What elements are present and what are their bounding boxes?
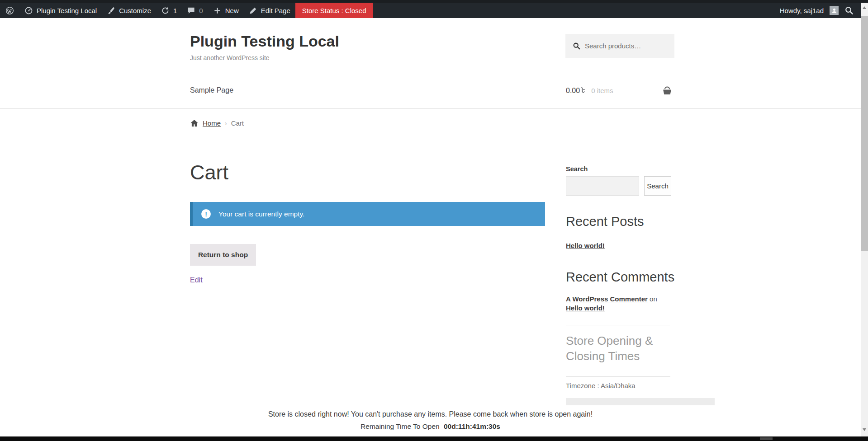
countdown-prefix: Remaining Time To Open xyxy=(360,422,440,430)
recent-comments-title: Recent Comments xyxy=(566,270,674,285)
admin-bar-comments[interactable]: 0 xyxy=(182,3,208,18)
home-icon[interactable] xyxy=(190,119,199,127)
admin-search-icon[interactable] xyxy=(844,6,854,15)
sidebar-search-button[interactable]: Search xyxy=(644,176,671,196)
bottom-bar-notch xyxy=(760,437,773,440)
product-search-box xyxy=(565,34,674,58)
edit-page-link[interactable]: Edit xyxy=(190,276,203,284)
admin-bar-edit-page[interactable]: Edit Page xyxy=(244,3,295,18)
cart-total: 0.00 xyxy=(566,86,585,95)
cart-total-amount: 0.00 xyxy=(566,87,580,95)
store-countdown-line: Remaining Time To Open 00d:11h:41m:30s xyxy=(0,422,861,431)
scroll-up-icon[interactable] xyxy=(863,6,866,9)
plus-icon xyxy=(213,6,222,15)
widget-divider xyxy=(566,376,670,377)
product-search-icon xyxy=(573,42,580,50)
cart-empty-notice: ! Your cart is currently empty. xyxy=(190,202,545,226)
dashboard-gauge-icon xyxy=(24,6,33,15)
info-icon: ! xyxy=(201,209,211,219)
admin-bar-site-name: Plugin Testing Local xyxy=(37,7,97,14)
taka-currency-icon xyxy=(580,86,585,93)
page-title: Cart xyxy=(190,161,228,184)
avatar[interactable] xyxy=(830,6,839,15)
admin-bar-customize[interactable]: Customize xyxy=(102,3,156,18)
admin-bar-updates[interactable]: 1 xyxy=(156,3,182,18)
return-to-shop-button[interactable]: Return to shop xyxy=(190,244,256,266)
wordpress-logo-icon[interactable] xyxy=(0,3,19,18)
updates-icon xyxy=(161,6,170,15)
breadcrumb-home-link[interactable]: Home xyxy=(203,119,221,127)
header-cart-summary[interactable]: 0.00 0 items xyxy=(566,86,613,95)
comment-post-link[interactable]: Hello world! xyxy=(566,304,605,312)
comments-count: 0 xyxy=(199,7,203,14)
site-tagline: Just another WordPress site xyxy=(190,54,270,61)
screen: Plugin Testing Local Customize 1 0 xyxy=(0,0,868,441)
updates-count: 1 xyxy=(173,7,177,14)
recent-post-link[interactable]: Hello world! xyxy=(566,242,605,249)
admin-bar-edit-page-label: Edit Page xyxy=(261,7,290,14)
customize-brush-icon xyxy=(107,6,115,15)
store-times-table-header xyxy=(566,398,715,406)
sidebar-search-label: Search xyxy=(566,165,588,173)
breadcrumb-separator: › xyxy=(225,120,227,127)
window-bottom-edge xyxy=(0,436,868,441)
admin-bar-right: Howdy, saj1ad xyxy=(780,3,861,18)
cart-items-count: 0 items xyxy=(591,87,613,94)
window-top-edge xyxy=(0,0,868,3)
store-status-badge[interactable]: Store Status : Closed xyxy=(295,3,373,18)
wp-admin-bar: Plugin Testing Local Customize 1 0 xyxy=(0,3,861,18)
product-search-input[interactable] xyxy=(585,34,674,58)
store-times-title: Store Opening & Closing Times xyxy=(566,333,681,364)
header-divider xyxy=(0,108,861,109)
countdown-value: 00d:11h:41m:30s xyxy=(444,422,500,430)
timezone-label: Timezone : Asia/Dhaka xyxy=(566,382,636,389)
store-closed-banner: Store is closed right now! You can't pur… xyxy=(0,405,861,436)
admin-bar-left: Plugin Testing Local Customize 1 0 xyxy=(0,3,373,18)
site-title[interactable]: Plugin Testing Local xyxy=(190,33,339,50)
breadcrumb-current: Cart xyxy=(231,119,244,127)
recent-comment-item: A WordPress Commenter on Hello world! xyxy=(566,295,675,313)
admin-bar-new-label: New xyxy=(225,7,239,14)
edit-pencil-icon xyxy=(249,6,257,15)
howdy-label[interactable]: Howdy, saj1ad xyxy=(780,7,824,14)
scroll-down-icon[interactable] xyxy=(863,428,866,431)
nav-item-sample-page[interactable]: Sample Page xyxy=(190,86,233,94)
breadcrumb: Home › Cart xyxy=(190,119,244,127)
scrollbar-thumb[interactable] xyxy=(861,16,868,251)
recent-posts-title: Recent Posts xyxy=(566,214,644,229)
comments-bubble-icon xyxy=(187,6,195,15)
admin-bar-customize-label: Customize xyxy=(119,7,151,14)
store-status-label: Store Status : Closed xyxy=(302,7,366,14)
vertical-scrollbar[interactable] xyxy=(861,0,868,441)
admin-bar-site-menu[interactable]: Plugin Testing Local xyxy=(19,3,102,18)
sidebar-search-input[interactable] xyxy=(566,176,639,196)
admin-bar-new[interactable]: New xyxy=(208,3,244,18)
comment-connector: on xyxy=(650,295,657,303)
basket-icon[interactable] xyxy=(662,85,673,96)
cart-empty-notice-text: Your cart is currently empty. xyxy=(218,210,304,218)
store-closed-message: Store is closed right now! You can't pur… xyxy=(0,410,861,418)
comment-author-link[interactable]: A WordPress Commenter xyxy=(566,295,648,303)
widget-divider xyxy=(566,325,670,325)
